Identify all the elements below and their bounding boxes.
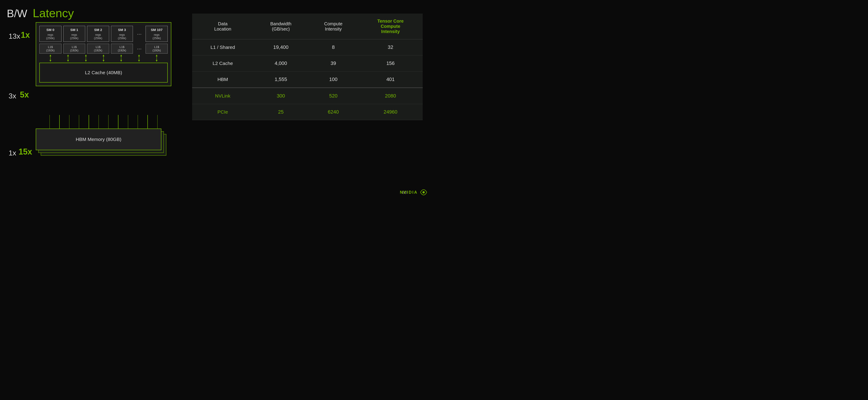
diagram-area: 13x 1x 3x 5x 1x 15x SM 0 regs(256k) SM 1… — [7, 20, 179, 190]
l1-box-0: L1$(192k) — [39, 44, 61, 54]
svg-marker-20 — [156, 60, 158, 62]
svg-marker-10 — [103, 55, 104, 56]
lat-label-5x: 5x — [20, 90, 29, 99]
svg-marker-17 — [138, 60, 140, 62]
svg-marker-8 — [85, 60, 87, 62]
td-l1-bandwidth: 19,400 — [253, 39, 308, 55]
hbm-label: HBM Memory (80GB) — [76, 137, 121, 142]
td-nvlink-location: NVLink — [192, 88, 253, 104]
td-nvlink-bandwidth: 300 — [253, 88, 308, 104]
td-l1-location: L1 / Shared — [192, 39, 253, 55]
th-bandwidth: Bandwidth(GB/sec) — [253, 13, 308, 39]
sm-box-2: SM 2 regs(256k) — [87, 26, 109, 42]
svg-marker-5 — [67, 60, 69, 62]
svg-marker-4 — [67, 55, 69, 56]
bw-val-13x: 13x — [8, 32, 20, 40]
row-label-1x-bot: 1x — [8, 149, 16, 157]
bw-val-3x: 3x — [8, 92, 16, 100]
td-hbm-bandwidth: 1,555 — [253, 72, 308, 88]
td-l2-bandwidth: 4,000 — [253, 55, 308, 72]
th-location: DataLocation — [192, 13, 253, 39]
lat-val-15x: 15x — [19, 147, 32, 156]
th-tensor: Tensor CoreComputeIntensity — [358, 13, 423, 39]
data-table: DataLocation Bandwidth(GB/sec) ComputeIn… — [192, 13, 423, 120]
svg-marker-7 — [85, 55, 87, 56]
table-row-l1: L1 / Shared 19,400 8 32 — [192, 39, 423, 55]
l2-label: L2 Cache (40MB) — [85, 70, 122, 75]
bw-label: B/W — [7, 7, 27, 20]
svg-marker-1 — [50, 55, 51, 56]
svg-marker-16 — [138, 55, 140, 56]
arrows-l1-l2 — [39, 54, 168, 63]
td-nvlink-tensor: 2080 — [358, 88, 423, 104]
sm-container: SM 0 regs(256k) SM 1 regs(256k) SM 2 reg… — [36, 22, 171, 86]
nvidia-label: NVIDIA — [400, 190, 418, 195]
svg-marker-14 — [120, 60, 122, 62]
l1-box-3: L1$(192k) — [111, 44, 133, 54]
td-hbm-location: HBM — [192, 72, 253, 88]
sm-regs-row: SM 0 regs(256k) SM 1 regs(256k) SM 2 reg… — [39, 26, 168, 42]
lat-val-5x: 5x — [20, 90, 29, 99]
td-pcie-bandwidth: 25 — [253, 104, 308, 120]
latency-label: Latency — [33, 6, 74, 20]
nvidia-logo: NVIDIA — [400, 189, 427, 196]
svg-marker-11 — [103, 60, 104, 62]
table-area: DataLocation Bandwidth(GB/sec) ComputeIn… — [192, 13, 423, 120]
td-l2-compute: 39 — [308, 55, 358, 72]
table-row-nvlink: NVLink 300 520 2080 — [192, 88, 423, 104]
row-label-3x: 3x — [8, 92, 16, 100]
th-compute: ComputeIntensity — [308, 13, 358, 39]
l2-cache-box: L2 Cache (40MB) — [39, 63, 168, 83]
l1-row: L1$(192k) L1$(192k) L1$(192k) L1$(192k) … — [39, 44, 168, 54]
dots-1: ··· — [135, 26, 144, 42]
td-hbm-tensor: 401 — [358, 72, 423, 88]
sm-box-107: SM 107 regs(256k) — [146, 26, 168, 42]
td-l2-tensor: 156 — [358, 55, 423, 72]
table-header-row: DataLocation Bandwidth(GB/sec) ComputeIn… — [192, 13, 423, 39]
svg-marker-2 — [50, 60, 51, 62]
td-l2-location: L2 Cache — [192, 55, 253, 72]
l1-box-2: L1$(192k) — [87, 44, 109, 54]
td-hbm-compute: 100 — [308, 72, 358, 88]
td-l1-tensor: 32 — [358, 39, 423, 55]
table-row-l2: L2 Cache 4,000 39 156 — [192, 55, 423, 72]
sm-box-0: SM 0 regs(256k) — [39, 26, 61, 42]
l1-box-107: L1$(192k) — [146, 44, 168, 54]
svg-point-21 — [423, 191, 425, 194]
hbm-group: HBM Memory (80GB) — [36, 128, 171, 158]
td-pcie-tensor: 24960 — [358, 104, 423, 120]
sm-box-1: SM 1 regs(256k) — [63, 26, 86, 42]
nvidia-icon — [420, 189, 427, 196]
svg-marker-13 — [120, 55, 122, 56]
vert-conn-lines — [36, 115, 171, 128]
l1-box-1: L1$(192k) — [63, 44, 86, 54]
lat-label-15x: 15x — [19, 147, 32, 156]
sm-box-3: SM 3 regs(256k) — [111, 26, 133, 42]
bw-val-1x: 1x — [8, 149, 16, 157]
row-label-1: 13x — [8, 32, 20, 40]
page-header: B/W Latency — [7, 6, 74, 20]
table-row-pcie: PCIe 25 6240 24960 — [192, 104, 423, 120]
lat-val-1x: 1x — [21, 30, 30, 40]
td-nvlink-compute: 520 — [308, 88, 358, 104]
td-pcie-compute: 6240 — [308, 104, 358, 120]
hbm-front-box: HBM Memory (80GB) — [36, 128, 161, 150]
svg-marker-19 — [156, 55, 158, 56]
dots-2: ··· — [135, 44, 144, 54]
lat-label-1x: 1x — [21, 30, 30, 40]
td-pcie-location: PCIe — [192, 104, 253, 120]
table-row-hbm: HBM 1,555 100 401 — [192, 72, 423, 88]
td-l1-compute: 8 — [308, 39, 358, 55]
